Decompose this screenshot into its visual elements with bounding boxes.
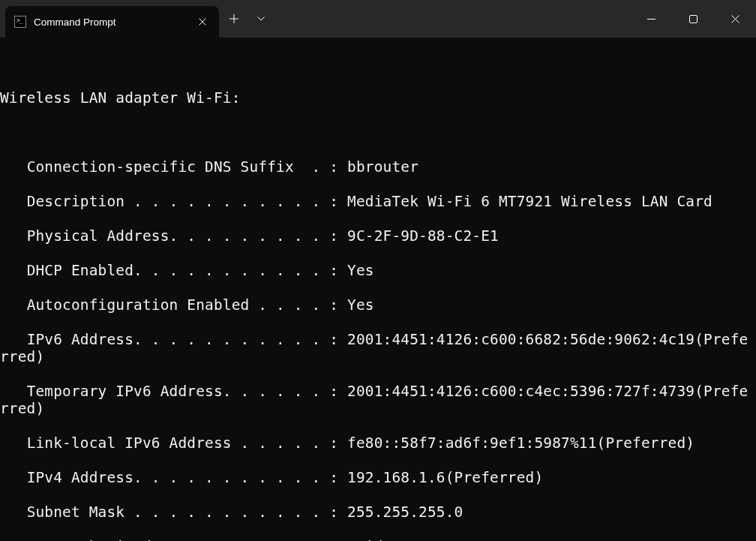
tab-close-button[interactable] xyxy=(194,13,212,31)
minimize-button[interactable] xyxy=(630,0,672,38)
close-icon xyxy=(731,15,740,23)
svg-rect-5 xyxy=(689,15,697,23)
minimize-icon xyxy=(647,19,656,20)
field-temp-ipv6: Temporary IPv6 Address. . . . . . : 2001… xyxy=(0,383,756,417)
field-subnet-mask: Subnet Mask . . . . . . . . . . . : 255.… xyxy=(0,503,756,521)
tab-dropdown-button[interactable] xyxy=(248,5,274,32)
window-controls xyxy=(630,0,756,38)
maximize-button[interactable] xyxy=(672,0,714,38)
field-ipv4-address: IPv4 Address. . . . . . . . . . . : 192.… xyxy=(0,469,756,486)
title-bar: Command Prompt xyxy=(0,0,756,38)
adapter-title: Wireless LAN adapter Wi-Fi: xyxy=(0,89,756,107)
blank-line xyxy=(0,55,756,72)
field-link-local-ipv6: Link-local IPv6 Address . . . . . : fe80… xyxy=(0,434,756,452)
field-autoconfig: Autoconfiguration Enabled . . . . : Yes xyxy=(0,296,756,314)
field-dhcp-enabled: DHCP Enabled. . . . . . . . . . . : Yes xyxy=(0,262,756,279)
field-lease-obtained: Lease Obtained. . . . . . . . . . : Frid… xyxy=(0,538,756,541)
plus-icon xyxy=(230,14,238,23)
blank-line xyxy=(0,124,756,141)
field-ipv6-address: IPv6 Address. . . . . . . . . . . : 2001… xyxy=(0,331,756,365)
field-description: Description . . . . . . . . . . . : Medi… xyxy=(0,193,756,210)
new-tab-button[interactable] xyxy=(220,5,248,32)
window-close-button[interactable] xyxy=(714,0,756,38)
close-icon xyxy=(199,18,206,26)
field-dns-suffix: Connection-specific DNS Suffix . : bbrou… xyxy=(0,158,756,176)
maximize-icon xyxy=(689,15,698,23)
chevron-down-icon xyxy=(257,17,265,21)
terminal-output[interactable]: Wireless LAN adapter Wi-Fi: Connection-s… xyxy=(0,38,756,541)
field-physical-address: Physical Address. . . . . . . . . : 9C-2… xyxy=(0,227,756,245)
tab-command-prompt[interactable]: Command Prompt xyxy=(5,6,219,38)
cmd-icon xyxy=(14,16,26,28)
tab-title: Command Prompt xyxy=(34,17,194,28)
